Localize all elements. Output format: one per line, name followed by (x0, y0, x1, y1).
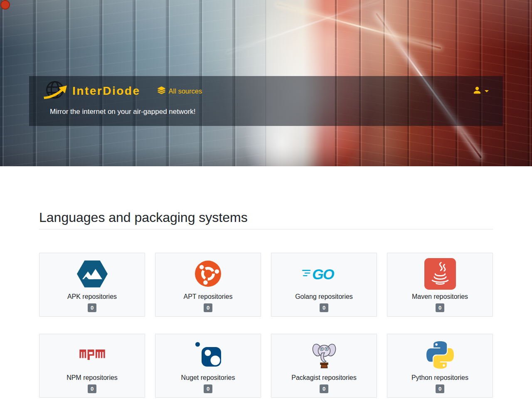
card-nuget-repositories[interactable]: Nuget repositories 0 (155, 334, 261, 398)
card-label: Python repositories (411, 374, 468, 382)
brand-name: InterDiode (72, 84, 140, 98)
alpine-icon (77, 258, 108, 290)
repo-count-badge: 0 (204, 384, 212, 393)
card-packagist-repositories[interactable]: Packagist repositories 0 (271, 334, 377, 398)
repo-count-badge: 0 (320, 384, 328, 393)
card-label: NPM repositories (66, 374, 118, 382)
all-sources-link[interactable]: All sources (158, 86, 202, 96)
card-maven-repositories[interactable]: Maven repositories 0 (387, 253, 493, 317)
hero-tagline: Mirror the internet on your air-gapped n… (29, 103, 503, 126)
java-icon (424, 258, 456, 290)
stack-layers-icon (158, 86, 165, 96)
repo-count-badge: 0 (88, 384, 96, 393)
card-label: Nuget repositories (181, 374, 235, 382)
repository-cards-grid: APK repositories 0 APT repositories 0 (39, 253, 493, 398)
ubuntu-icon (195, 258, 221, 290)
card-label: Maven repositories (412, 293, 468, 300)
hero-banner: InterDiode All sources (0, 0, 532, 166)
card-apt-repositories[interactable]: APT repositories 0 (155, 253, 261, 317)
golang-icon: GO (302, 258, 346, 290)
chevron-down-icon (485, 90, 489, 92)
packagist-elephant-icon (312, 339, 336, 371)
ceiling-light-beam (226, 0, 380, 54)
main-content: Languages and packaging systems APK repo… (29, 166, 503, 398)
repo-count-badge: 0 (436, 303, 444, 312)
card-label: APK repositories (67, 293, 117, 300)
python-icon (426, 339, 454, 371)
navbar: InterDiode All sources (29, 76, 503, 103)
repo-count-badge: 0 (436, 384, 444, 393)
npm-icon (79, 339, 105, 371)
repo-count-badge: 0 (88, 303, 96, 312)
card-npm-repositories[interactable]: NPM repositories 0 (39, 334, 145, 398)
nuget-icon (195, 339, 222, 371)
user-person-icon (473, 86, 482, 96)
card-label: Golang repositories (295, 293, 353, 300)
card-label: Packagist repositories (291, 374, 357, 382)
hero-overlay-panel: InterDiode All sources (29, 76, 503, 126)
card-golang-repositories[interactable]: GO Golang repositories 0 (271, 253, 377, 317)
recording-indicator-dot (0, 0, 10, 10)
card-apk-repositories[interactable]: APK repositories 0 (39, 253, 145, 317)
section-title: Languages and packaging systems (39, 210, 493, 229)
repo-count-badge: 0 (204, 303, 212, 312)
all-sources-label: All sources (168, 87, 202, 95)
card-label: APT repositories (184, 293, 233, 300)
user-menu-dropdown[interactable] (473, 86, 489, 96)
repo-count-badge: 0 (320, 303, 328, 312)
card-python-repositories[interactable]: Python repositories 0 (387, 334, 493, 398)
brand-logo-link[interactable]: InterDiode (43, 79, 140, 103)
svg-text:GO: GO (312, 266, 335, 282)
globe-arrow-logo-icon (43, 79, 68, 103)
